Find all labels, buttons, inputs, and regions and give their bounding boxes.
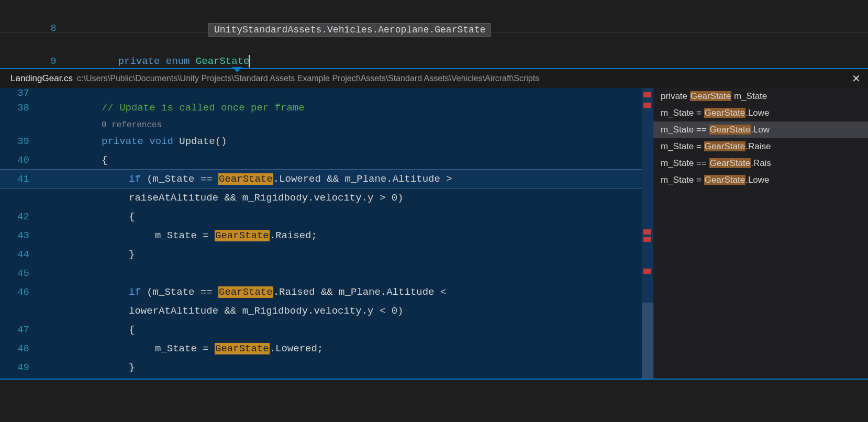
reference-item[interactable]: m_State == GearState.Rais <box>653 155 868 172</box>
peek-filepath: c:\Users\Public\Documents\Unity Projects… <box>77 74 539 83</box>
keyword-enum: enum <box>166 55 190 67</box>
comment: // Update is called once per frame <box>102 102 305 114</box>
overview-mark[interactable] <box>643 229 651 235</box>
codelens-row[interactable]: 0 references <box>0 117 642 132</box>
keyword: if <box>129 286 141 298</box>
method-name: Update() <box>179 136 227 147</box>
code-line-38[interactable]: 38// Update is called once per frame <box>0 98 642 117</box>
overview-mark[interactable] <box>643 92 651 97</box>
highlighted-match: GearState <box>218 286 273 298</box>
code-text: raiseAtAltitude && m_Rigidbody.velocity.… <box>129 192 404 204</box>
code-text: .Raised; <box>270 230 317 241</box>
ref-text: m_State = <box>661 175 704 185</box>
overview-mark[interactable] <box>643 237 651 242</box>
type-name: GearState <box>196 55 250 67</box>
definition-pane: 8 6 references 9private enum GearState U… <box>0 0 868 68</box>
line-number: 39 <box>0 132 45 151</box>
line-number: 40 <box>0 151 45 170</box>
line-number: 48 <box>0 339 45 358</box>
line-number: 37 <box>0 88 45 98</box>
peek-body: 37 38// Update is called once per frame … <box>0 88 868 379</box>
line-number: 42 <box>0 207 45 226</box>
code-line-46[interactable]: 46if (m_State == GearState.Raised && m_P… <box>0 283 642 302</box>
ref-text: m_State <box>731 91 767 101</box>
code-line-48[interactable]: 48m_State = GearState.Lowered; <box>0 339 642 358</box>
code-line-42[interactable]: 42{ <box>0 207 642 226</box>
code-line-47[interactable]: 47{ <box>0 320 642 339</box>
peek-header: LandingGear.cs c:\Users\Public\Documents… <box>0 69 868 88</box>
ref-text: .Rais <box>751 158 771 168</box>
reference-item[interactable]: m_State = GearState.Lowe <box>653 105 868 121</box>
reference-item[interactable]: private GearState m_State <box>653 88 868 105</box>
code-text: .Raised && m_Plane.Altitude < <box>273 286 452 298</box>
code-line-8[interactable]: 8 <box>0 0 868 19</box>
peek-code-editor[interactable]: 37 38// Update is called once per frame … <box>0 88 642 379</box>
text-cursor <box>249 55 250 68</box>
peek-indicator-arrow <box>232 67 242 72</box>
code-line-46b[interactable]: lowerAtAltitude && m_Rigidbody.velocity.… <box>0 302 642 320</box>
code-line-45[interactable]: 45 <box>0 264 642 283</box>
peek-filename[interactable]: LandingGear.cs <box>10 73 73 84</box>
line-number: 44 <box>0 245 45 264</box>
ref-text: .Raise <box>745 141 771 151</box>
ref-text: .Lowe <box>745 175 769 185</box>
code-text: (m_State == <box>141 173 218 185</box>
code-line-44[interactable]: 44} <box>0 245 642 264</box>
brace: } <box>129 362 135 373</box>
peek-references-window: LandingGear.cs c:\Users\Public\Documents… <box>0 68 868 380</box>
overview-ruler[interactable] <box>642 88 653 379</box>
line-number: 38 <box>0 98 45 117</box>
reference-item[interactable]: m_State = GearState.Raise <box>653 138 868 155</box>
ref-match: GearState <box>709 158 751 168</box>
brace: { <box>129 324 135 336</box>
ref-match: GearState <box>704 175 746 185</box>
code-text: (m_State == <box>141 286 218 298</box>
code-line-40[interactable]: 40{ <box>0 151 642 170</box>
reference-count[interactable]: 0 references <box>102 120 162 130</box>
ref-text: m_State == <box>661 125 709 135</box>
reference-list: private GearState m_State m_State = Gear… <box>653 88 868 379</box>
line-number: 47 <box>0 320 45 339</box>
hover-tooltip: UnityStandardAssets.Vehicles.Aeroplane.G… <box>208 23 491 37</box>
keyword: void <box>149 136 173 147</box>
code-line-41-current[interactable]: 41if (m_State == GearState.Lowered && m_… <box>0 170 642 188</box>
code-text: .Lowered && m_Plane.Altitude > <box>273 173 458 185</box>
code-line-43[interactable]: 43m_State = GearState.Raised; <box>0 226 642 245</box>
close-icon[interactable]: ✕ <box>852 72 861 85</box>
highlighted-match: GearState <box>218 173 273 185</box>
ref-match: GearState <box>704 108 746 118</box>
code-line-37[interactable]: 37 <box>0 88 642 98</box>
code-text: .Lowered; <box>270 343 324 354</box>
ref-text: private <box>661 91 690 101</box>
ref-text: m_State = <box>661 141 704 151</box>
keyword: private <box>102 136 143 147</box>
ref-match: GearState <box>704 141 746 151</box>
brace: { <box>102 154 107 166</box>
code-line-39[interactable]: 39private void Update() <box>0 132 642 151</box>
code-line-49[interactable]: 49} <box>0 358 642 377</box>
ref-text: m_State == <box>661 158 709 168</box>
keyword: if <box>129 173 141 185</box>
ref-match: GearState <box>709 125 751 135</box>
code-line-41b[interactable]: raiseAtAltitude && m_Rigidbody.velocity.… <box>0 188 642 207</box>
overview-thumb[interactable] <box>642 303 653 379</box>
overview-mark[interactable] <box>643 103 651 108</box>
code-text: lowerAtAltitude && m_Rigidbody.velocity.… <box>129 305 404 317</box>
ref-text: m_State = <box>661 108 704 118</box>
highlighted-match: GearState <box>215 343 270 354</box>
line-number: 46 <box>0 283 45 302</box>
line-number: 49 <box>0 358 45 377</box>
line-number: 41 <box>0 170 45 188</box>
overview-mark[interactable] <box>643 269 651 274</box>
code-text: m_State = <box>155 343 215 354</box>
highlighted-match: GearState <box>215 230 270 241</box>
ref-match: GearState <box>690 91 732 101</box>
keyword-private: private <box>118 55 160 67</box>
brace: } <box>129 249 135 260</box>
reference-item-selected[interactable]: m_State == GearState.Low <box>653 121 868 138</box>
line-number: 43 <box>0 226 45 245</box>
brace: { <box>129 211 135 223</box>
reference-item[interactable]: m_State = GearState.Lowe <box>653 172 868 188</box>
line-number: 45 <box>0 264 45 283</box>
code-text: m_State = <box>155 230 215 241</box>
